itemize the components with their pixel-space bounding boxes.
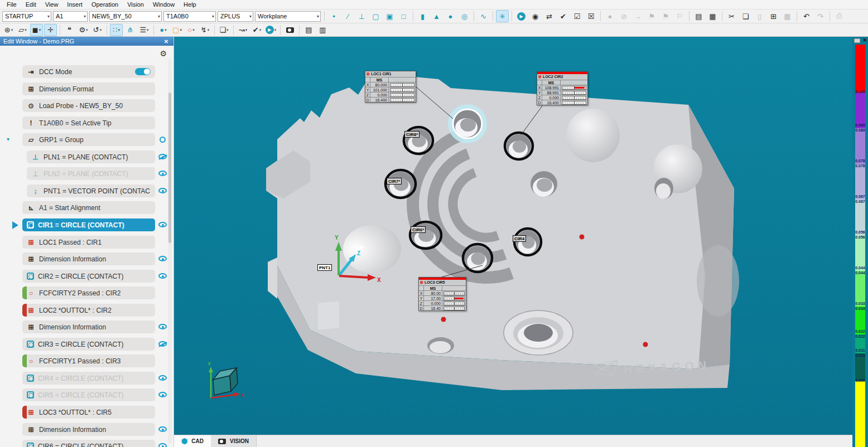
cylinder-icon[interactable]: ▮ — [416, 10, 429, 22]
eye-icon[interactable] — [160, 137, 166, 143]
script-item-cir3[interactable]: CIR3 = CIRCLE (CONTACT) — [22, 338, 155, 351]
script-item-cir2[interactable]: CIR2 = CIRCLE (CONTACT) — [22, 270, 155, 283]
undo-icon[interactable]: ↶ — [800, 10, 813, 22]
dcc-mode-toggle[interactable] — [135, 68, 151, 75]
point-icon[interactable]: • — [327, 10, 340, 22]
script-item-dcc[interactable]: ⇥DCC Mode — [22, 65, 155, 78]
menu-file[interactable]: File — [2, 1, 21, 8]
menu-help[interactable]: Help — [179, 1, 201, 8]
script-item-fcfcirty1[interactable]: ○FCFCIRTY1 Passed : CIR3 — [22, 354, 155, 367]
script-item-cir6[interactable]: CIR6 = CIRCLE (CONTACT) — [22, 440, 155, 447]
color-scale-grip[interactable] — [854, 38, 860, 43]
perpendicular-icon[interactable]: ⊥ — [355, 10, 368, 22]
stop-icon[interactable]: ● — [604, 10, 616, 22]
measurement-path-icon[interactable]: ↝▾ — [237, 24, 249, 36]
graph-display-icon[interactable]: ▥ — [316, 24, 329, 36]
tab-cad[interactable]: ⬢CAD — [174, 435, 211, 447]
tip-combo[interactable]: T1A0B0▾ — [163, 11, 216, 22]
script-item-grp1[interactable]: ▱GRP1 = Group — [22, 133, 155, 146]
script-item-loc1[interactable]: ⊞LOC1 Passed : CIR1 — [22, 236, 155, 249]
script-item-a1[interactable]: ⊾A1 = Start Alignment — [22, 201, 155, 214]
menu-edit[interactable]: Edit — [21, 1, 41, 8]
verify-icon[interactable]: ✔▾ — [250, 24, 263, 36]
close-icon[interactable]: ✕ — [162, 38, 170, 45]
feature-tag-cir4[interactable]: CIR4 — [513, 235, 526, 242]
paste-icon[interactable]: ▯ — [753, 10, 766, 22]
menu-view[interactable]: View — [41, 1, 63, 8]
sphere-icon[interactable]: ● — [444, 10, 457, 22]
wireframe-view-icon[interactable]: ▱▾ — [16, 24, 29, 36]
script-item-pln2[interactable]: ⊥PLN2 = PLANE (CONTACT) — [27, 167, 155, 180]
clipboard-icon[interactable]: ▦ — [781, 10, 794, 22]
script-item-dimension[interactable]: ⊞Dimension Information — [22, 423, 155, 436]
camera-icon[interactable] — [283, 24, 296, 36]
measurement-callout-loc3-cir5[interactable]: ⊞LOC3 CIR5MSX80.00Y17.00Z0.000D16.40 — [418, 277, 466, 311]
script-item-t1a0b0[interactable]: !T1A0B0 = Set Active Tip — [22, 116, 155, 129]
menu-insert[interactable]: Insert — [62, 1, 87, 8]
measurement-callout-loc1-cir1[interactable]: ⊞LOC1 CIR1MSX80.000Y101.000Z0.000D16.400 — [365, 71, 416, 103]
feature-tag-cir8[interactable]: CIR8* — [404, 131, 419, 138]
machine-probe-icon[interactable]: ⊛▾ — [2, 24, 15, 36]
quick-start-icon[interactable]: ↯▾ — [199, 24, 211, 36]
probe-file-combo[interactable]: NEW5_BY_50▾ — [89, 11, 162, 22]
close-icon[interactable]: ✕ — [862, 37, 867, 43]
panel-scrollbar-thumb[interactable] — [168, 93, 171, 243]
script-item-loc3[interactable]: ⊞LOC3 *OUTTOL* : CIR5 — [22, 406, 155, 419]
script-item-load[interactable]: ⊙Load Probe - NEW5_BY_50 — [22, 99, 155, 112]
eye-icon[interactable] — [158, 222, 167, 227]
report-template-icon[interactable]: ▦ — [706, 10, 719, 22]
script-item-loc2[interactable]: ⊞LOC2 *OUTTOL* : CIR2 — [22, 304, 155, 317]
startup-combo[interactable]: STARTUP▾ — [2, 11, 51, 22]
script-item-cir1[interactable]: CIR1 = CIRCLE (CONTACT) — [22, 218, 155, 231]
copy-view-icon[interactable]: ❏▾ — [218, 24, 230, 36]
copy-icon[interactable]: ❏ — [739, 10, 752, 22]
report-icon[interactable]: ▤ — [692, 10, 705, 22]
tab-vision[interactable]: VISION — [211, 435, 257, 447]
probe-path-icon[interactable]: ⋔ — [124, 24, 137, 36]
redo-icon[interactable]: ↷ — [814, 10, 827, 22]
rotate-view-icon[interactable]: ↺▾ — [91, 24, 104, 36]
solid-view-icon[interactable]: ◼▾ — [30, 24, 43, 36]
gage-display-icon[interactable]: ▤ — [302, 24, 315, 36]
tolerance-circle-icon[interactable]: ○▾ — [185, 24, 197, 36]
collapse-caret-icon[interactable]: ▾ — [7, 136, 9, 142]
paste-special-icon[interactable]: ⊞ — [767, 10, 780, 22]
curve-icon[interactable]: ∿ — [477, 10, 490, 22]
line-icon[interactable]: ∕ — [341, 10, 354, 22]
eye-icon[interactable] — [158, 392, 167, 397]
menu-operation[interactable]: Operation — [87, 1, 123, 8]
eye-icon[interactable] — [158, 324, 167, 329]
cone-icon[interactable]: ▲ — [430, 10, 443, 22]
script-item-pnt1[interactable]: ↨PNT1 = VECTOR POINT (CONTAC — [27, 184, 155, 197]
execute-feature-icon[interactable]: ◉ — [529, 10, 542, 22]
circle-feature-icon[interactable]: ▢ — [369, 10, 382, 22]
play-icon[interactable]: ▶▾ — [264, 24, 277, 36]
torus-icon[interactable]: ◎ — [458, 10, 471, 22]
auto-feature-icon[interactable]: ✳ — [496, 10, 509, 22]
menu-window[interactable]: Window — [148, 1, 179, 8]
square-slot-icon[interactable]: □ — [397, 10, 410, 22]
feature-tag-pnt1[interactable]: PNT1 — [317, 264, 332, 271]
eye-icon[interactable] — [158, 273, 167, 279]
eye-icon[interactable] — [158, 426, 167, 432]
mark-done-icon[interactable]: ✔ — [557, 10, 570, 22]
mark-doc-icon[interactable]: ☑ — [571, 10, 584, 22]
cad-sphere-icon[interactable]: ●▾ — [157, 24, 170, 36]
menu-vision[interactable]: Vision — [123, 1, 148, 8]
comment-icon[interactable]: ❝ — [63, 24, 76, 36]
script-item-cir4[interactable]: CIR4 = CIRCLE (CONTACT) — [22, 372, 155, 385]
continue-icon[interactable]: → — [631, 10, 644, 22]
panel-scrollbar[interactable] — [168, 59, 172, 444]
gear-icon[interactable]: ⚙ — [160, 49, 167, 58]
stop-disabled-icon[interactable]: ⊘ — [618, 10, 630, 22]
workplane-combo[interactable]: ZPLUS▾ — [218, 11, 253, 22]
workplane-label-combo[interactable]: Workplane▾ — [255, 11, 321, 22]
eye-off-icon[interactable] — [158, 341, 167, 347]
script-item-dimension[interactable]: ⊞Dimension Information — [22, 252, 155, 265]
edit-window-titlebar[interactable]: Edit Window - Demo.PRG ✕ — [0, 37, 173, 46]
unmark-doc-icon[interactable]: ☒ — [585, 10, 597, 22]
feature-list-icon[interactable]: ☰▾ — [138, 24, 151, 36]
execute-icon[interactable]: ▶ — [515, 10, 528, 22]
script-item-fcfcirty2[interactable]: ○FCFCIRTY2 Passed : CIR2 — [22, 286, 155, 299]
eye-icon[interactable] — [158, 188, 167, 193]
